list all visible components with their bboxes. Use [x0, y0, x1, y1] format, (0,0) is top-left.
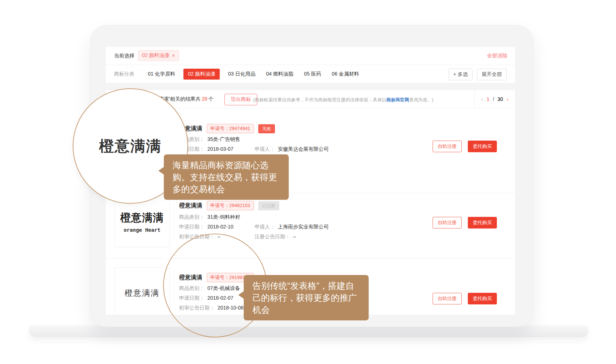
field-value: 2018-03-07 [207, 146, 234, 152]
callout-arrow-icon [158, 167, 164, 175]
field-value: 35类-广告销售 [207, 136, 240, 142]
category-item-01[interactable]: 01 化学原料 [146, 69, 177, 80]
category-item-02[interactable]: 02 颜料油漆 [183, 69, 219, 80]
clear-all-button[interactable]: 全部清除 [487, 53, 507, 59]
trademark-row-2: 橙意满满 orange Heart 橙意满满 申请号：29482153 已注册 … [106, 193, 515, 259]
filter-panel: 当前选择 02 颜料油漆 × 全部清除 商标分类 01 化学原料 02 颜料油漆… [106, 47, 515, 83]
application-number-badge: 申请号：29474941 [207, 124, 254, 133]
trademark-office-link[interactable]: 商标局官网 [386, 97, 409, 102]
callout-text: 告别传统“发表格”，搭建自己的标行，获得更多的推广机会 [252, 281, 357, 315]
self-register-button[interactable]: 自助注册 [433, 141, 462, 152]
tag-close-icon[interactable]: × [172, 53, 175, 58]
export-button[interactable]: 导出商标 [224, 94, 257, 105]
application-number-value: 29482153 [229, 203, 250, 208]
category-list: 01 化学原料 02 颜料油漆 03 日化用品 04 燃料油脂 05 医药 06… [146, 69, 361, 80]
trademark-logo: 橙意满满 orange Heart [114, 196, 170, 247]
trademark-title-line: 橙意满满 申请号：29474941 无效 [179, 124, 275, 133]
prev-page-icon[interactable]: ‹ [481, 95, 483, 103]
laptop-base [29, 325, 588, 337]
field-line: 申请日期：2018-02-10 申请人：上海雨步实业有限公司 [179, 224, 234, 230]
field-line: 商品类别：31类-饲料种籽 [179, 214, 240, 221]
application-number-label: 申请号： [210, 203, 229, 208]
status-badge: 已注册 [258, 201, 279, 210]
trademark-title-line: 橙意满满 申请号：29482153 已注册 [179, 201, 279, 210]
field-label: 申请人： [255, 224, 275, 230]
field-col2: 申请人：安徽美达会展有限公司 [255, 146, 329, 153]
field-line: 商品类别：35类-广告销售 [179, 136, 240, 143]
category-item-05[interactable]: 05 医药 [302, 69, 323, 80]
category-item-03[interactable]: 03 日化用品 [226, 69, 258, 80]
row-actions: 自助注册 委托购买 [433, 293, 497, 304]
entrust-buy-button[interactable]: 委托购买 [468, 141, 497, 152]
category-tools: + 多选 展开全部 [449, 69, 507, 80]
logo-text: 橙意满满 [120, 211, 164, 225]
next-page-icon[interactable]: › [506, 95, 508, 103]
page-separator: / [493, 96, 494, 102]
application-number-value: 29474941 [229, 126, 250, 131]
selected-filter-tag[interactable]: 02 颜料油漆 × [138, 50, 179, 61]
disclaimer-prefix: (商标检索结果仅供参考，不作为商标能否注册的法律依据；具体以 [253, 97, 386, 102]
field-value: 安徽美达会展有限公司 [278, 146, 329, 152]
field-label: 申请人： [255, 146, 275, 152]
callout-bubble-2: 告别传统“发表格”，搭建自己的标行，获得更多的推广机会 [244, 275, 369, 320]
callout-arrow-icon [238, 291, 244, 299]
current-selection-label: 当前选择 [114, 53, 134, 59]
total-pages: 30 [498, 96, 503, 102]
current-selection-row: 当前选择 02 颜料油漆 × 全部清除 [106, 47, 515, 65]
field-value: 2018-02-10 [207, 224, 234, 230]
field-col2: 申请人：上海雨步实业有限公司 [255, 224, 329, 230]
callout-text: 海量精品商标资源随心选购。支持在线交易，获得更多的交易机会 [173, 160, 277, 194]
current-page: 1 [487, 96, 490, 102]
category-item-06[interactable]: 06 金属材料 [329, 69, 361, 80]
disclaimer-suffix: 查询为准。) [409, 97, 433, 102]
trademark-logo: 橙意满满 [114, 267, 170, 315]
application-number-label: 申请号： [210, 126, 229, 131]
logo-subtext: orange Heart [123, 227, 160, 233]
application-number-badge: 申请号：29482153 [207, 201, 254, 210]
row-actions: 自助注册 委托购买 [433, 217, 497, 228]
result-count: 28 [202, 96, 207, 102]
entrust-buy-button[interactable]: 委托购买 [468, 293, 497, 304]
self-register-button[interactable]: 自助注册 [433, 293, 462, 304]
multi-select-button[interactable]: + 多选 [449, 69, 473, 80]
selected-filter-tag-label: 02 颜料油漆 [142, 52, 169, 59]
field-label: 注册公告日期： [255, 234, 290, 239]
lens-trademark-text: 橙意满满 [99, 136, 162, 156]
logo-text: 橙意满满 [125, 288, 159, 299]
field-value: 31类-饲料种籽 [207, 214, 240, 220]
summary-suffix: 个 [208, 96, 214, 102]
category-item-04[interactable]: 04 燃料油脂 [264, 69, 295, 80]
status-badge: 无效 [258, 124, 275, 133]
self-register-button[interactable]: 自助注册 [433, 217, 462, 228]
callout-bubble-1: 海量精品商标资源随心选购。支持在线交易，获得更多的交易机会 [164, 154, 289, 200]
field-value: – [293, 234, 296, 239]
entrust-buy-button[interactable]: 委托购买 [468, 217, 497, 228]
category-row: 商标分类 01 化学原料 02 颜料油漆 03 日化用品 04 燃料油脂 05 … [106, 65, 515, 83]
field-label: 申请日期： [179, 224, 204, 230]
trademark-name: 橙意满满 [179, 202, 202, 210]
expand-all-button[interactable]: 展开全部 [477, 69, 507, 80]
field-col2: 注册公告日期：– [255, 234, 296, 240]
field-label: 商品类别： [179, 214, 204, 220]
category-label: 商标分类 [114, 71, 134, 77]
pagination: ‹ 1 / 30 › [474, 90, 515, 108]
field-value: 上海雨步实业有限公司 [278, 224, 329, 230]
disclaimer: (商标检索结果仅供参考，不作为商标能否注册的法律依据；具体以商标局官网查询为准。… [253, 97, 433, 103]
row-actions: 自助注册 委托购买 [433, 141, 497, 152]
